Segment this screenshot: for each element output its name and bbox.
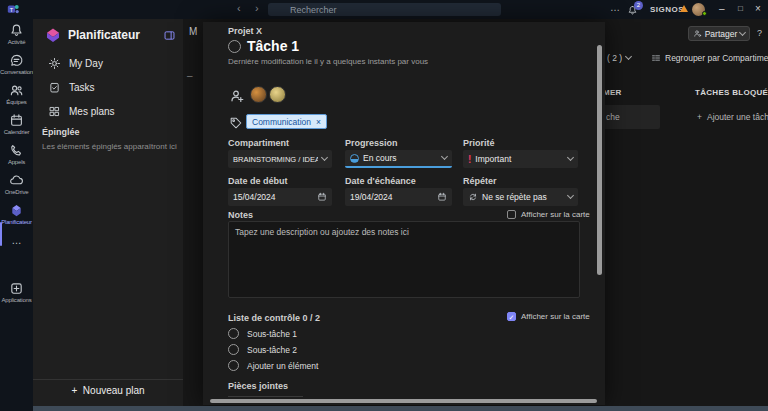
apps-plus-icon: [9, 281, 24, 296]
new-plan-label: Nouveau plan: [83, 385, 145, 396]
dialog-vertical-scrollbar[interactable]: [597, 45, 602, 275]
clipped-task-card[interactable]: che: [603, 105, 660, 129]
checklist-item-label: Sous-tâche 2: [247, 345, 297, 355]
tag-label: Communication: [252, 117, 311, 127]
notes-show-on-card[interactable]: Afficher sur la carte: [507, 210, 590, 219]
progress-value: En cours: [363, 153, 397, 163]
tag-close-icon[interactable]: ×: [316, 117, 321, 127]
more-options-icon[interactable]: …: [610, 2, 620, 13]
people-icon: [9, 83, 24, 98]
rail-item-label: Appels: [0, 159, 33, 165]
checklist-add-item[interactable]: Ajouter un élément: [228, 360, 318, 371]
new-plan-button[interactable]: + Nouveau plan: [33, 385, 183, 396]
checklist-show-on-card[interactable]: ✓ Afficher sur la carte: [507, 312, 590, 321]
sidebar-item-my-day[interactable]: My Day: [48, 57, 103, 70]
checklist-item[interactable]: Sous-tâche 1: [228, 328, 297, 339]
breadcrumb[interactable]: Projet X: [228, 26, 262, 36]
sidebar-item-my-plans[interactable]: Mes plans: [48, 105, 115, 118]
window-bottom-edge: [33, 406, 768, 411]
rail-item-apps[interactable]: Applications: [0, 281, 33, 303]
account-label: SIGNOS: [650, 5, 684, 14]
plus-icon: +: [697, 112, 702, 122]
rail-item-calendar[interactable]: Calendrier: [0, 113, 33, 135]
nav-back-icon[interactable]: ‹: [237, 3, 241, 14]
sidebar-divider: [33, 379, 183, 380]
add-task-button[interactable]: + Ajouter une tâche: [697, 112, 768, 122]
bell-icon: [9, 23, 24, 38]
calendar-picker-icon[interactable]: [437, 192, 447, 202]
teams-logo-icon: T: [7, 3, 20, 16]
checklist-item[interactable]: Sous-tâche 2: [228, 344, 297, 355]
chat-icon: [9, 53, 24, 68]
task-complete-radio[interactable]: [228, 40, 241, 53]
rail-item-chat[interactable]: Conversation: [0, 53, 33, 75]
calendar-icon: [9, 113, 24, 128]
sun-icon: [48, 57, 61, 70]
nav-forward-icon[interactable]: ›: [255, 3, 259, 14]
rail-item-label: Planificateur: [0, 219, 33, 225]
show-on-card-label: Afficher sur la carte: [521, 210, 590, 219]
window-maximize-button[interactable]: □: [738, 3, 743, 15]
calendar-picker-icon[interactable]: [317, 192, 327, 202]
rail-item-teams[interactable]: Équipes: [0, 83, 33, 105]
checklist-item-label: Sous-tâche 1: [247, 329, 297, 339]
add-task-label: Ajouter une tâche: [707, 112, 768, 122]
pinned-empty-text: Les éléments épinglés apparaîtront ici: [42, 142, 178, 151]
rail-item-calls[interactable]: Appels: [0, 143, 33, 165]
dialog-horizontal-scrollbar[interactable]: [210, 399, 597, 403]
repeat-dropdown[interactable]: Ne se répète pas: [463, 188, 578, 206]
notes-textarea[interactable]: [228, 221, 580, 298]
bucket-dropdown[interactable]: BRAINSTORMING / IDEATI...: [228, 150, 332, 168]
share-button[interactable]: Partager: [688, 26, 750, 41]
rail-item-activity[interactable]: Activité: [0, 23, 33, 45]
priority-dropdown[interactable]: ! Important: [463, 150, 578, 168]
progress-dropdown[interactable]: En cours: [345, 150, 452, 168]
group-by-control[interactable]: Regrouper par Compartiment: [651, 53, 768, 63]
start-date-field[interactable]: 15/04/2024: [228, 188, 332, 206]
rail-more-icon[interactable]: …: [0, 235, 33, 246]
tag-icon: [229, 116, 243, 130]
window-close-button[interactable]: ×: [755, 3, 761, 15]
chevron-down-icon: [625, 53, 632, 60]
last-modified-text: Dernière modification le il y a quelques…: [228, 57, 428, 66]
in-progress-icon: [350, 154, 359, 163]
pinned-section-header: Épinglée: [42, 127, 80, 137]
task-title[interactable]: Tâche 1: [247, 38, 299, 54]
checkbox-checked-icon[interactable]: ✓: [507, 312, 516, 321]
assign-person-add-icon[interactable]: [229, 88, 245, 104]
checklist-add-label: Ajouter un élément: [247, 361, 318, 371]
rail-item-onedrive[interactable]: OneDrive: [0, 173, 33, 195]
window-minimize-button[interactable]: –: [719, 3, 725, 15]
group-by-label: Regrouper par Compartiment: [665, 53, 768, 63]
show-on-card-label: Afficher sur la carte: [521, 312, 590, 321]
clipped-dash-fragment: –: [187, 70, 193, 81]
checklist-circle-icon[interactable]: [228, 344, 239, 355]
assignee-avatar[interactable]: [269, 86, 286, 103]
svg-text:T: T: [10, 7, 14, 13]
checklist-circle-icon[interactable]: [228, 328, 239, 339]
attachments-label: Pièces jointes: [228, 381, 288, 391]
search-input[interactable]: [268, 3, 501, 16]
due-date-label: Date d'échéance: [345, 176, 416, 186]
start-date-label: Date de début: [228, 176, 288, 186]
chevron-down-icon: [321, 154, 328, 161]
rail-item-label: Équipes: [0, 99, 33, 105]
tag-chip[interactable]: Communication ×: [246, 114, 327, 129]
bucket-label: Compartiment: [228, 138, 289, 148]
notification-badge: 2: [634, 1, 643, 10]
collapse-panel-icon[interactable]: [163, 29, 176, 42]
checkbox-unchecked-icon[interactable]: [507, 210, 516, 219]
due-date-field[interactable]: 19/04/2024: [345, 188, 452, 206]
rail-item-label: Conversation: [0, 69, 33, 75]
progress-label: Progression: [345, 138, 398, 148]
rail-item-label: OneDrive: [0, 189, 33, 195]
attachment-area-edge: [228, 396, 303, 397]
help-icon[interactable]: ?: [757, 28, 762, 38]
assignee-avatar[interactable]: [250, 86, 267, 103]
rail-item-planner[interactable]: Planificateur: [0, 203, 33, 225]
sidebar-item-tasks[interactable]: Tasks: [48, 81, 95, 94]
chevron-down-icon: [567, 192, 574, 199]
clipped-column-header-fragment: MER: [603, 88, 622, 97]
filter-fragment[interactable]: ( 2 ): [607, 53, 631, 63]
start-date-value: 15/04/2024: [233, 192, 276, 202]
